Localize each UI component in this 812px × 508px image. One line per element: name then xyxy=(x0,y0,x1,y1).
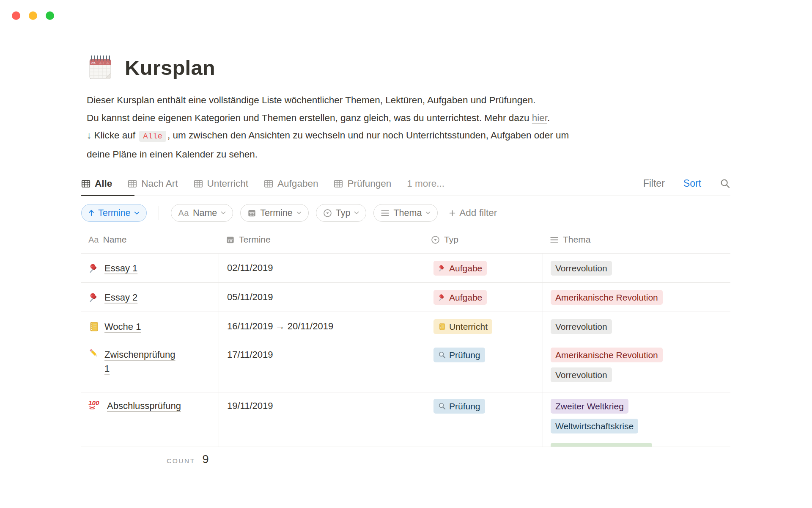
chevron-down-icon xyxy=(221,211,226,215)
close-window-button[interactable] xyxy=(12,11,20,20)
type-tag: Prüfung xyxy=(433,399,485,414)
count-label[interactable]: COUNT xyxy=(167,457,195,465)
property-pill-typ[interactable]: Typ xyxy=(316,204,367,222)
column-header-typ[interactable]: Typ xyxy=(424,235,543,245)
ledger-icon xyxy=(88,321,100,332)
page-link[interactable]: Woche 1 xyxy=(104,320,141,334)
sort-termine-pill[interactable]: Termine xyxy=(81,204,147,222)
description-line-4: deine Pläne in einen Kalender zu sehen. xyxy=(87,146,730,163)
tab-pruefungen[interactable]: Prüfungen xyxy=(334,178,391,189)
filter-button[interactable]: Filter xyxy=(643,178,665,189)
topic-cell[interactable]: Vorrevolution xyxy=(543,254,730,282)
type-cell[interactable]: Aufgabe xyxy=(424,254,543,282)
name-cell[interactable]: Zwischenprüfung 1 xyxy=(81,341,219,392)
tab-nach-art[interactable]: Nach Art xyxy=(128,178,178,189)
type-cell[interactable]: Prüfung xyxy=(424,341,543,392)
topic-tag: Vorrevolution xyxy=(551,261,612,276)
window-controls xyxy=(12,11,54,20)
search-icon[interactable] xyxy=(720,178,730,189)
name-cell[interactable]: Woche 1 xyxy=(81,312,219,341)
plus-icon xyxy=(449,210,455,216)
spiral-calendar-icon[interactable] xyxy=(87,54,114,81)
topic-tag: Zweiter Weltkrieg xyxy=(551,399,628,414)
table-view-icon xyxy=(194,179,203,188)
pencil-icon xyxy=(88,348,100,359)
type-cell[interactable]: Unterricht xyxy=(424,312,543,341)
table-view-icon xyxy=(128,179,137,188)
name-cell[interactable]: Abschlussprüfung xyxy=(81,392,219,447)
arrow-up-icon xyxy=(88,210,94,216)
type-cell[interactable]: Prüfung xyxy=(424,392,543,447)
page-description: Dieser Kursplan enthält eine vollständig… xyxy=(87,91,730,163)
topic-cell[interactable]: Amerikanische Revolution Vorrevolution xyxy=(543,341,730,392)
table-view-icon xyxy=(81,179,91,188)
topic-cell[interactable]: Vorrevolution xyxy=(543,312,730,341)
property-pill-termine[interactable]: Termine xyxy=(240,204,308,222)
list-property-icon xyxy=(381,209,390,218)
add-filter-button[interactable]: Add filter xyxy=(449,207,497,218)
date-cell[interactable]: 17/11/2019 xyxy=(219,341,424,392)
topic-cell[interactable]: Zweiter Weltkrieg Weltwirtschaftskrise xyxy=(543,392,730,447)
topic-tag-partial xyxy=(551,443,652,447)
page-link[interactable]: Zwischenprüfung 1 xyxy=(104,348,176,375)
sort-button[interactable]: Sort xyxy=(683,178,701,189)
column-header-name[interactable]: Aa Name xyxy=(81,235,219,245)
tab-unterricht[interactable]: Unterricht xyxy=(194,178,249,189)
topic-tag: Amerikanische Revolution xyxy=(551,290,663,305)
text-property-icon: Aa xyxy=(178,208,189,218)
topic-tag: Vorrevolution xyxy=(551,319,612,334)
magnifier-icon xyxy=(438,402,446,410)
filter-bar: Termine Aa Name Termine Typ Thema Add fi… xyxy=(81,200,730,226)
view-tabs-bar: Alle Nach Art Unterricht Aufgaben Prüfun… xyxy=(81,171,730,196)
magnifier-icon xyxy=(438,351,446,359)
table-footer: COUNT 9 xyxy=(167,453,730,466)
type-cell[interactable]: Aufgabe xyxy=(424,283,543,312)
pushpin-icon xyxy=(88,262,100,274)
description-line-2: Du kannst deine eigenen Kategorien und T… xyxy=(87,109,730,127)
property-pill-thema[interactable]: Thema xyxy=(373,204,438,222)
description-line-1: Dieser Kursplan enthält eine vollständig… xyxy=(87,91,730,109)
date-cell[interactable]: 05/11/2019 xyxy=(219,283,424,312)
vertical-divider xyxy=(159,206,159,220)
hier-link[interactable]: hier xyxy=(532,113,547,123)
table-row: Zwischenprüfung 1 17/11/2019 Prüfung Ame… xyxy=(81,341,730,392)
tab-aufgaben[interactable]: Aufgaben xyxy=(264,178,318,189)
calendar-icon xyxy=(226,235,235,244)
ledger-icon xyxy=(438,323,446,331)
minimize-window-button[interactable] xyxy=(29,11,37,20)
page-link[interactable]: Abschlussprüfung xyxy=(107,399,181,413)
page-link[interactable]: Essay 1 xyxy=(104,261,137,275)
text-property-icon: Aa xyxy=(88,235,99,245)
date-cell[interactable]: 02/11/2019 xyxy=(219,254,424,282)
zoom-window-button[interactable] xyxy=(46,11,54,20)
pushpin-icon xyxy=(438,264,446,272)
pushpin-icon xyxy=(438,293,446,301)
name-cell[interactable]: Essay 2 xyxy=(81,283,219,312)
topic-tag: Amerikanische Revolution xyxy=(551,348,663,362)
select-property-icon xyxy=(323,209,332,218)
column-header-thema[interactable]: Thema xyxy=(543,235,730,245)
chevron-down-icon xyxy=(425,211,431,215)
topic-cell[interactable]: Amerikanische Revolution xyxy=(543,283,730,312)
date-cell[interactable]: 19/11/2019 xyxy=(219,392,424,447)
select-property-icon xyxy=(431,235,440,244)
table-row: Woche 1 16/11/2019 → 20/11/2019 Unterric… xyxy=(81,312,730,341)
name-cell[interactable]: Essay 1 xyxy=(81,254,219,282)
more-views-button[interactable]: 1 more... xyxy=(407,178,444,189)
topic-tag: Weltwirtschaftskrise xyxy=(551,419,638,433)
property-pill-name[interactable]: Aa Name xyxy=(171,204,233,222)
table-view-icon xyxy=(264,179,273,188)
page-link[interactable]: Essay 2 xyxy=(104,290,137,304)
table-row: Essay 1 02/11/2019 Aufgabe Vorrevolution xyxy=(81,254,730,283)
page-header: Kursplan xyxy=(87,0,730,81)
alle-code-chip: Alle xyxy=(139,131,166,142)
list-property-icon xyxy=(550,235,559,244)
table-header: Aa Name Termine Typ Thema xyxy=(81,226,730,254)
tab-alle[interactable]: Alle xyxy=(81,178,112,189)
description-line-3: ↓ Klicke auf Alle, um zwischen den Ansic… xyxy=(87,127,730,146)
table-row: Essay 2 05/11/2019 Aufgabe Amerikanische… xyxy=(81,283,730,312)
column-header-termine[interactable]: Termine xyxy=(219,235,424,245)
chevron-down-icon xyxy=(354,211,359,215)
table-row: Abschlussprüfung 19/11/2019 Prüfung Zwei… xyxy=(81,392,730,447)
date-cell[interactable]: 16/11/2019 → 20/11/2019 xyxy=(219,312,424,341)
